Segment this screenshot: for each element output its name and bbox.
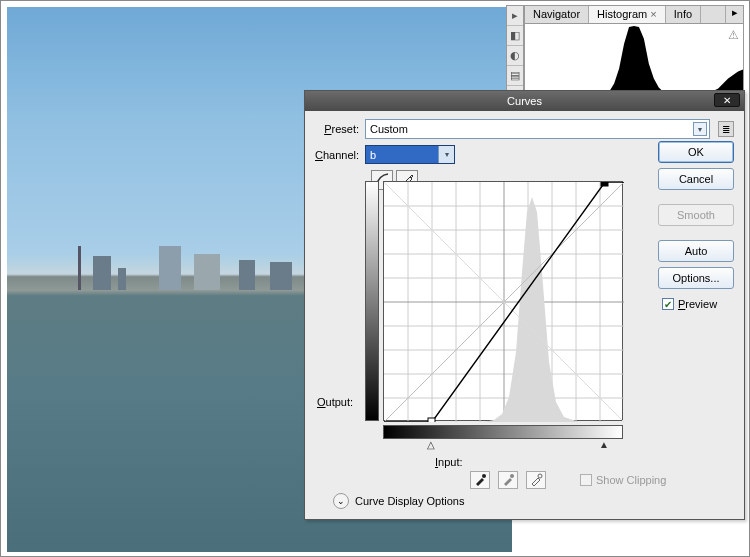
panel-dock-toolbar: ▸ ◧ ◐ ▤	[506, 5, 524, 93]
black-eyedropper-button[interactable]	[470, 471, 490, 489]
panel-tabs: Navigator Histogram × Info ▸	[524, 5, 744, 23]
white-eyedropper-button[interactable]	[526, 471, 546, 489]
black-point-slider[interactable]: △	[427, 439, 435, 450]
preset-label: Preset:	[315, 123, 365, 135]
output-gradient-strip	[365, 181, 379, 421]
dock-tool-2[interactable]: ◧	[507, 26, 523, 46]
tab-navigator[interactable]: Navigator	[525, 6, 589, 23]
ok-button[interactable]: OK	[658, 141, 734, 163]
svg-point-25	[482, 474, 486, 478]
svg-marker-20	[484, 197, 579, 422]
dialog-titlebar[interactable]: Curves ✕	[305, 91, 744, 111]
smooth-button: Smooth	[658, 204, 734, 226]
svg-rect-23	[428, 418, 435, 422]
chevron-down-icon: ⌄	[333, 493, 349, 509]
svg-marker-0	[604, 26, 673, 93]
dialog-title: Curves	[507, 95, 542, 107]
options-button[interactable]: Options...	[658, 267, 734, 289]
white-point-slider[interactable]: ▲	[599, 439, 609, 450]
preset-menu-icon[interactable]: ≣	[718, 121, 734, 137]
tab-close-icon[interactable]: ×	[650, 8, 656, 20]
channel-select[interactable]: b ▾	[365, 145, 455, 164]
dock-tool-3[interactable]: ◐	[507, 46, 523, 66]
panel-group: ▸ ◧ ◐ ▤ Navigator Histogram × Info ▸ ⚠	[524, 5, 744, 93]
dialog-buttons: OK Cancel Smooth Auto Options... ✔ Previ…	[658, 141, 734, 310]
cancel-button[interactable]: Cancel	[658, 168, 734, 190]
tab-info[interactable]: Info	[666, 6, 701, 23]
show-clipping-checkbox: Show Clipping	[580, 474, 666, 486]
close-button[interactable]: ✕	[714, 93, 740, 107]
preview-checkbox[interactable]: ✔ Preview	[662, 298, 734, 310]
auto-button[interactable]: Auto	[658, 240, 734, 262]
svg-point-27	[538, 474, 542, 478]
checkbox-icon	[580, 474, 592, 486]
dock-tool-4[interactable]: ▤	[507, 66, 523, 86]
tab-histogram[interactable]: Histogram ×	[589, 6, 666, 23]
curves-grid[interactable]	[383, 181, 623, 421]
preset-select[interactable]: Custom ▾	[365, 119, 710, 139]
eyedropper-group	[470, 471, 546, 489]
curve-display-options-toggle[interactable]: ⌄ Curve Display Options	[333, 493, 464, 509]
input-gradient-strip	[383, 425, 623, 439]
dock-tool-1[interactable]: ▸	[507, 6, 523, 26]
checkbox-checked-icon: ✔	[662, 298, 674, 310]
channel-label: Channel:	[315, 149, 365, 161]
chevron-down-icon: ▾	[693, 122, 707, 136]
histogram-panel: ⚠	[524, 23, 744, 93]
panel-menu-icon[interactable]: ▸	[725, 6, 743, 23]
chevron-down-icon: ▾	[438, 146, 454, 163]
curves-dialog: Curves ✕ Preset: Custom ▾ ≣ Channel: b ▾	[304, 90, 745, 520]
gray-eyedropper-button[interactable]	[498, 471, 518, 489]
svg-rect-24	[601, 182, 608, 186]
histogram-graphic	[525, 24, 743, 93]
svg-point-26	[510, 474, 514, 478]
input-label: Input:	[435, 456, 463, 468]
output-label: Output:	[317, 396, 353, 408]
